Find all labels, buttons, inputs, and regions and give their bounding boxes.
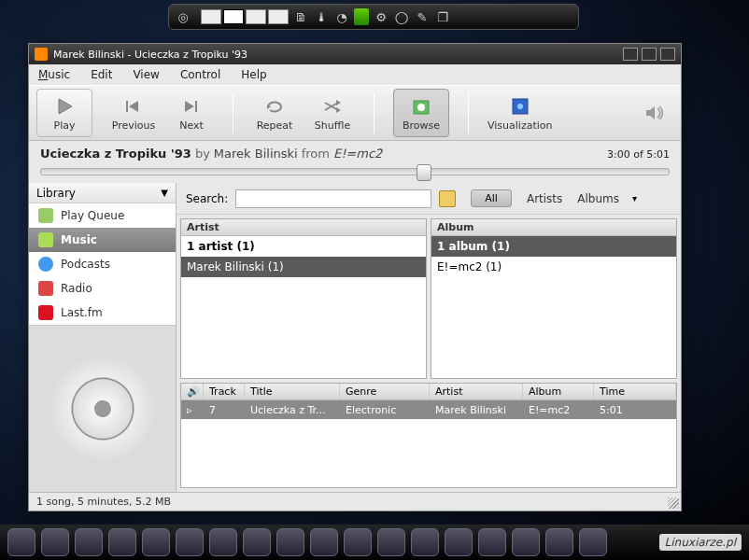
circle-icon[interactable]: ◯ [393, 8, 410, 25]
dock-icon[interactable] [142, 528, 170, 556]
workspace-pager[interactable] [201, 9, 289, 24]
library-header[interactable]: Library ▼ [29, 183, 176, 203]
sidebar-item-lastfm[interactable]: Last.fm [29, 301, 176, 325]
repeat-button[interactable]: Repeat [252, 89, 297, 137]
play-button[interactable]: Play [36, 89, 92, 137]
dock-icon[interactable] [377, 528, 405, 556]
repeat-icon [263, 95, 286, 118]
dock-icon[interactable] [209, 528, 237, 556]
dock-icon[interactable] [176, 528, 204, 556]
filter-all-button[interactable]: All [471, 189, 512, 207]
music-icon [38, 232, 53, 247]
dock-icon[interactable] [445, 528, 473, 556]
music-player-window: Marek Bilinski - Ucieczka z Tropiku '93 … [28, 43, 682, 511]
tool-icon[interactable]: ✎ [414, 8, 431, 25]
gear-icon[interactable]: ⚙ [373, 8, 389, 25]
album-header[interactable]: Album [431, 219, 676, 236]
col-time[interactable]: Time [594, 384, 676, 399]
clear-search-icon[interactable] [439, 190, 456, 207]
disk-icon[interactable]: ◔ [333, 8, 350, 25]
col-playing-icon[interactable]: 🔊 [181, 384, 204, 399]
seek-thumb[interactable] [417, 164, 431, 181]
dock-icon[interactable] [579, 528, 607, 556]
sidebar-item-radio[interactable]: Radio [29, 276, 176, 301]
svg-marker-6 [336, 100, 341, 105]
shuffle-icon [321, 95, 344, 118]
top-panel: ◎ 🗎 🌡 ◔ ⚙ ◯ ✎ ❐ [168, 4, 579, 30]
svg-marker-12 [646, 106, 655, 119]
artist-browser: Artist 1 artist (1) Marek Bilinski (1) [180, 218, 427, 379]
svg-point-11 [517, 104, 523, 109]
app-icon [35, 48, 48, 61]
dock-icon[interactable] [75, 528, 103, 556]
col-genre[interactable]: Genre [340, 384, 430, 399]
filter-artists[interactable]: Artists [527, 192, 562, 205]
close-button[interactable] [660, 48, 675, 61]
playqueue-icon [38, 208, 53, 223]
svg-marker-7 [336, 107, 341, 113]
resize-grip[interactable] [668, 497, 679, 509]
np-album: E!=mc2 [333, 147, 382, 161]
filter-albums[interactable]: Albums [577, 192, 619, 205]
col-album[interactable]: Album [523, 384, 594, 399]
browse-button[interactable]: Browse [393, 89, 449, 137]
sidebar-item-playqueue[interactable]: Play Queue [29, 203, 176, 228]
radio-icon [38, 281, 53, 296]
svg-marker-2 [129, 101, 138, 112]
filter-dropdown-icon[interactable]: ▾ [632, 193, 637, 203]
artist-summary[interactable]: 1 artist (1) [181, 236, 426, 257]
menu-control[interactable]: Control [180, 68, 220, 81]
now-playing-indicator-icon: ▹ [181, 400, 204, 419]
minimize-button[interactable] [623, 48, 638, 61]
search-input[interactable] [235, 189, 431, 208]
menu-help[interactable]: Help [241, 68, 266, 81]
menu-edit[interactable]: Edit [91, 68, 112, 81]
dock-icon[interactable] [7, 528, 35, 556]
menu-view[interactable]: View [133, 68, 159, 81]
album-browser: Album 1 album (1) E!=mc2 (1) [431, 218, 677, 379]
artist-row[interactable]: Marek Bilinski (1) [181, 257, 426, 277]
globe-icon[interactable]: ◎ [175, 8, 191, 25]
titlebar[interactable]: Marek Bilinski - Ucieczka z Tropiku '93 [29, 44, 681, 64]
dock-icon[interactable] [545, 528, 573, 556]
dock-icon[interactable] [478, 528, 506, 556]
artist-header[interactable]: Artist [181, 219, 426, 236]
visualization-button[interactable]: Visualization [488, 89, 552, 137]
album-row[interactable]: E!=mc2 (1) [431, 257, 676, 277]
maximize-button[interactable] [642, 48, 657, 61]
next-button[interactable]: Next [169, 89, 214, 137]
track-list: 🔊 Track Title Genre Artist Album Time ▹ … [180, 383, 677, 488]
next-icon [180, 95, 203, 118]
volume-icon[interactable] [645, 105, 666, 121]
note-icon[interactable]: 🗎 [292, 8, 309, 25]
track-row[interactable]: ▹ 7 Ucieczka z Tr... Electronic Marek Bi… [181, 400, 676, 419]
dock-icon[interactable] [108, 528, 136, 556]
chevron-down-icon: ▼ [161, 188, 168, 198]
svg-rect-4 [195, 101, 197, 112]
svg-point-9 [417, 104, 425, 111]
dock-icon[interactable] [310, 528, 338, 556]
album-summary[interactable]: 1 album (1) [431, 236, 676, 257]
np-time: 3:00 of 5:01 [607, 148, 670, 161]
cd-icon [44, 351, 160, 467]
dock-icon[interactable] [243, 528, 271, 556]
sidebar-item-podcasts[interactable]: Podcasts [29, 252, 176, 276]
col-artist[interactable]: Artist [430, 384, 523, 399]
menu-music[interactable]: Music [38, 68, 70, 81]
trash-icon[interactable] [354, 8, 369, 25]
col-track[interactable]: Track [204, 384, 245, 399]
shuffle-button[interactable]: Shuffle [310, 89, 355, 137]
dock-icon[interactable] [344, 528, 372, 556]
dock-icon[interactable] [276, 528, 304, 556]
dock-icon[interactable] [411, 528, 439, 556]
svg-marker-3 [185, 101, 194, 112]
previous-button[interactable]: Previous [111, 89, 156, 137]
np-title: Ucieczka z Tropiku '93 [40, 147, 191, 161]
windows-icon[interactable]: ❐ [434, 8, 451, 25]
col-title[interactable]: Title [245, 384, 340, 399]
seek-bar[interactable] [29, 166, 681, 183]
menubar: Music Edit View Control Help [29, 64, 681, 85]
dock-icon[interactable] [41, 528, 69, 556]
sidebar-item-music[interactable]: Music [29, 228, 176, 252]
dock-icon[interactable] [512, 528, 540, 556]
